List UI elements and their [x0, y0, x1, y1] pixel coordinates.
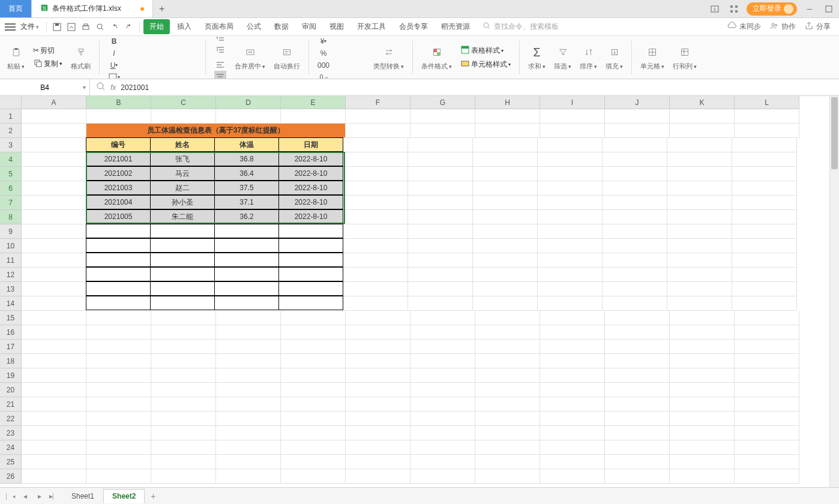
- redo-icon[interactable]: [122, 20, 136, 34]
- title-bar: 首页 S 条件格式工作簿1.xlsx + 1 立即登录 ─: [0, 0, 839, 18]
- sort-icon[interactable]: [580, 44, 597, 61]
- cut-button[interactable]: ✂剪切: [33, 46, 62, 56]
- italic-icon[interactable]: I: [108, 47, 120, 59]
- svg-point-16: [772, 23, 774, 26]
- menu-tab-9[interactable]: 稻壳资源: [435, 19, 476, 34]
- maximize-button[interactable]: [822, 2, 835, 16]
- share-icon: [804, 21, 814, 32]
- paste-icon[interactable]: [8, 44, 25, 61]
- chevron-down-icon: ▾: [36, 24, 39, 30]
- comma-icon[interactable]: 000: [317, 59, 329, 71]
- svg-rect-11: [68, 23, 75, 31]
- save-icon[interactable]: [50, 20, 64, 34]
- svg-rect-36: [682, 49, 688, 56]
- clipboard-group: 粘贴▾: [5, 44, 27, 71]
- chevron-down-icon[interactable]: ▾: [22, 64, 25, 70]
- cell-style-button[interactable]: 单元格样式▾: [460, 59, 511, 70]
- menu-tab-6[interactable]: 视图: [323, 19, 350, 34]
- login-label: 立即登录: [753, 4, 781, 14]
- svg-rect-12: [83, 26, 89, 29]
- chevron-down-icon[interactable]: ▾: [83, 84, 86, 91]
- sync-status[interactable]: 未同步: [724, 21, 765, 32]
- print-preview-icon[interactable]: [94, 20, 107, 34]
- undo-icon[interactable]: [108, 20, 121, 34]
- new-tab-button[interactable]: +: [153, 0, 171, 17]
- menu-tab-5[interactable]: 审阅: [296, 19, 322, 34]
- align-left-icon[interactable]: [214, 59, 226, 71]
- svg-rect-33: [462, 61, 469, 66]
- name-box-input[interactable]: [12, 83, 78, 92]
- window-mode-icon[interactable]: 1: [708, 2, 721, 16]
- type-convert-icon[interactable]: [380, 44, 397, 61]
- coop-button[interactable]: 协作: [766, 21, 799, 32]
- merge-icon[interactable]: [242, 44, 259, 61]
- menu-tab-1[interactable]: 插入: [171, 19, 197, 34]
- save-as-icon[interactable]: [65, 20, 78, 34]
- svg-point-15: [484, 23, 489, 28]
- svg-rect-30: [437, 52, 440, 55]
- svg-point-17: [775, 25, 777, 26]
- tab-document[interactable]: S 条件格式工作簿1.xlsx: [32, 0, 153, 17]
- border-icon[interactable]: ▾: [108, 71, 120, 79]
- file-menu[interactable]: 文件▾: [17, 22, 43, 32]
- filter-icon[interactable]: [555, 44, 571, 61]
- svg-rect-6: [730, 10, 733, 13]
- sum-icon[interactable]: Σ: [529, 44, 546, 61]
- format-painter-group: 格式刷: [68, 44, 93, 71]
- underline-icon[interactable]: U▾: [108, 59, 120, 71]
- table-style-button[interactable]: 表格样式▾: [460, 45, 511, 56]
- menu-tab-8[interactable]: 会员专享: [393, 19, 434, 34]
- tab-home-label: 首页: [8, 4, 23, 14]
- share-button[interactable]: 分享: [801, 21, 834, 32]
- login-button[interactable]: 立即登录: [747, 2, 797, 16]
- command-search[interactable]: 查找命令、搜索模板: [482, 21, 559, 32]
- svg-text:S: S: [43, 5, 46, 11]
- tab-status-dot: [140, 7, 144, 11]
- name-box[interactable]: ▾: [0, 79, 90, 95]
- formula-bar: ▾ fx 2021001: [0, 79, 839, 96]
- tab-home[interactable]: 首页: [0, 0, 32, 17]
- conditional-format-icon[interactable]: [429, 44, 445, 61]
- svg-rect-18: [13, 49, 19, 56]
- formula-value[interactable]: 2021001: [121, 83, 149, 92]
- decrease-indent-icon[interactable]: [214, 36, 226, 44]
- copy-button[interactable]: 复制▾: [33, 58, 62, 70]
- people-icon: [769, 21, 779, 32]
- svg-rect-4: [730, 5, 733, 8]
- ribbon: 粘贴▾ ✂剪切 复制▾ 格式刷 ▾ ▾ A⁺ A⁻ B I U▾ ▾ ▾ A▾ …: [0, 36, 839, 79]
- table-style-icon: [460, 45, 470, 56]
- currency-icon[interactable]: ¥▾: [317, 36, 329, 47]
- increase-indent-icon[interactable]: [214, 44, 226, 56]
- hamburger-icon[interactable]: [5, 23, 16, 31]
- fill-icon[interactable]: [606, 44, 623, 61]
- menu-tab-3[interactable]: 公式: [241, 19, 267, 34]
- print-icon[interactable]: [79, 20, 92, 34]
- bold-icon[interactable]: B: [108, 36, 120, 47]
- wrap-text-icon[interactable]: [278, 44, 295, 61]
- percent-icon[interactable]: %: [317, 47, 329, 59]
- search-placeholder: 查找命令、搜索模板: [494, 22, 559, 32]
- increase-decimal-icon[interactable]: .0→: [317, 71, 329, 80]
- cloud-icon: [727, 21, 737, 32]
- search-icon: [482, 21, 492, 32]
- svg-rect-22: [109, 74, 116, 79]
- svg-rect-19: [14, 48, 17, 50]
- cancel-formula-icon[interactable]: [96, 82, 106, 93]
- svg-rect-8: [826, 6, 832, 12]
- svg-rect-32: [462, 46, 469, 49]
- menu-tab-2[interactable]: 页面布局: [199, 19, 239, 34]
- minimize-button[interactable]: ─: [803, 2, 816, 16]
- svg-rect-7: [735, 10, 738, 13]
- brush-icon[interactable]: [73, 44, 89, 61]
- menu-tab-0[interactable]: 开始: [143, 19, 170, 34]
- menu-tab-7[interactable]: 开发工具: [351, 19, 392, 34]
- cells-icon[interactable]: [644, 44, 661, 61]
- scissors-icon: ✂: [33, 46, 39, 55]
- rowcol-icon[interactable]: [676, 44, 693, 61]
- menu-tab-4[interactable]: 数据: [268, 19, 295, 34]
- apps-icon[interactable]: [727, 2, 741, 16]
- fx-icon[interactable]: fx: [110, 83, 116, 92]
- align-center-icon[interactable]: [214, 71, 226, 80]
- svg-rect-5: [735, 5, 738, 8]
- menu-bar: 文件▾ 开始插入页面布局公式数据审阅视图开发工具会员专享稻壳资源 查找命令、搜索…: [0, 18, 839, 36]
